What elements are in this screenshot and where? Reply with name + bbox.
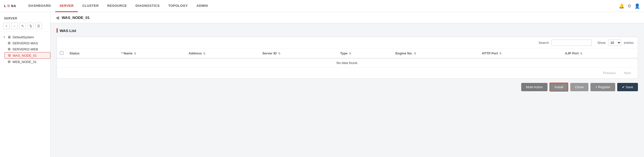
app-logo: L ≡ NA — [4, 3, 16, 9]
tree-label-server02-was: SERVER02-WAS — [12, 41, 38, 45]
tree-item-defaultsystem[interactable]: ▼ 🖥 DefaultSystem — [0, 34, 50, 40]
sidebar-edit-button[interactable]: ✎ — [19, 23, 26, 29]
breadcrumb-bar: ◀ WAS_NODE_01 — [51, 12, 644, 23]
no-data-cell: No data found. — [57, 58, 638, 68]
tree-root-label: DefaultSystem — [13, 35, 34, 39]
tree-label-server02-web: SERVER02-WEB — [12, 47, 38, 51]
save-button[interactable]: ✔ Save — [617, 83, 638, 91]
show-label: Show — [597, 41, 606, 45]
sort-serverid-icon: ⇅ — [278, 52, 280, 55]
section-header: WAS List — [57, 28, 638, 33]
sort-http-icon: ⇅ — [499, 52, 502, 55]
nav-admin[interactable]: ADMIN — [192, 0, 212, 12]
system-icon: 🖥 — [8, 35, 11, 39]
table-row: No data found. — [57, 58, 638, 68]
install-button[interactable]: Install — [550, 83, 568, 91]
nav-icons: 🔔 ⚙ 👤 — [619, 3, 640, 9]
main-content: ◀ WAS_NODE_01 WAS List Search Show 10 25 — [51, 12, 644, 157]
previous-button[interactable]: Previous — [600, 70, 619, 76]
show-select[interactable]: 10 25 50 100 — [608, 40, 621, 46]
tree-item-was-node-01[interactable]: ⚙ WAS_NODE_01 — [5, 52, 50, 59]
nav-resource[interactable]: RESOURCE — [103, 0, 131, 12]
col-engine-no[interactable]: Engine No. ⇅ — [392, 49, 479, 58]
section-title: WAS List — [60, 28, 76, 33]
sort-engine-icon: ⇅ — [414, 52, 416, 55]
top-navigation: L ≡ NA DASHBOARD SERVER CLUSTER RESOURCE… — [0, 0, 644, 12]
tree-label-was-node-01: WAS_NODE_01 — [13, 54, 37, 57]
server-was-icon: ⚙ — [8, 41, 11, 45]
pagination-bar: Previous Next — [57, 68, 638, 78]
was-table: Status * Name ⇅ Address ⇅ Serv — [57, 49, 638, 68]
tree-toggle-icon: ▼ — [3, 36, 6, 39]
multi-action-button[interactable]: Multi Action — [521, 83, 547, 91]
sidebar-remove-button[interactable]: − — [11, 23, 18, 29]
web-node-icon: ⚙ — [8, 60, 11, 64]
table-panel: Search Show 10 25 50 100 entries — [57, 37, 638, 79]
server-web-icon: ⚙ — [8, 47, 11, 51]
sort-ajp-icon: ⇅ — [580, 52, 582, 55]
col-ajp-port[interactable]: AJP Port ⇅ — [562, 49, 638, 58]
sidebar: SERVER + − ✎ ⇅ ☰ ▼ 🖥 DefaultSystem ⚙ SER… — [0, 12, 51, 157]
logo-na: NA — [11, 4, 16, 8]
col-status[interactable]: Status — [66, 49, 118, 58]
sidebar-add-button[interactable]: + — [3, 23, 10, 29]
logo-l: L — [4, 4, 6, 8]
table-toolbar: Search Show 10 25 50 100 entries — [57, 37, 638, 49]
tree-root-node: ▼ 🖥 DefaultSystem ⚙ SERVER02-WAS ⚙ SERVE… — [0, 33, 50, 66]
next-button[interactable]: Next — [621, 70, 634, 76]
sort-name-icon: ⇅ — [134, 52, 136, 55]
action-bar: Multi Action Install Clone + Register ✔ … — [57, 79, 638, 92]
table-header-checkbox — [57, 49, 66, 58]
sort-address-icon: ⇅ — [203, 52, 205, 55]
entries-label: entries — [624, 41, 634, 45]
col-http-port[interactable]: HTTP Port ⇅ — [479, 49, 562, 58]
sidebar-filter-button[interactable]: ☰ — [35, 23, 42, 29]
sidebar-title: SERVER — [0, 14, 50, 22]
nav-topology[interactable]: TOPOLOGY — [164, 0, 192, 12]
breadcrumb-text: WAS_NODE_01 — [62, 15, 90, 20]
was-node-icon: ⚙ — [8, 53, 11, 57]
register-button[interactable]: + Register — [590, 83, 615, 91]
table-header-row: Status * Name ⇅ Address ⇅ Serv — [57, 49, 638, 58]
tree-children: ⚙ SERVER02-WAS ⚙ SERVER02-WEB ⚙ WAS_NODE… — [0, 40, 50, 65]
col-address[interactable]: Address ⇅ — [185, 49, 259, 58]
nav-dashboard[interactable]: DASHBOARD — [24, 0, 55, 12]
tree-item-server02-web[interactable]: ⚙ SERVER02-WEB — [5, 46, 50, 52]
user-icon[interactable]: 👤 — [634, 3, 640, 9]
tree-item-server02-was[interactable]: ⚙ SERVER02-WAS — [5, 40, 50, 46]
server-tree: ▼ 🖥 DefaultSystem ⚙ SERVER02-WAS ⚙ SERVE… — [0, 32, 50, 67]
nav-server[interactable]: SERVER — [55, 0, 78, 12]
content-area: WAS List Search Show 10 25 50 100 entrie… — [51, 23, 644, 98]
col-server-id[interactable]: Server ID ⇅ — [259, 49, 337, 58]
nav-menu: DASHBOARD SERVER CLUSTER RESOURCE DIAGNO… — [24, 0, 619, 12]
nav-cluster[interactable]: CLUSTER — [78, 0, 103, 12]
breadcrumb-toggle-icon[interactable]: ◀ — [56, 15, 59, 20]
bell-icon[interactable]: 🔔 — [619, 3, 624, 9]
sidebar-sort-button[interactable]: ⇅ — [27, 23, 34, 29]
col-type[interactable]: Type ⇅ — [337, 49, 392, 58]
select-all-checkbox[interactable] — [60, 51, 63, 55]
sidebar-toolbar: + − ✎ ⇅ ☰ — [0, 22, 50, 32]
search-input[interactable] — [551, 40, 592, 46]
gear-icon[interactable]: ⚙ — [627, 3, 631, 9]
app-body: SERVER + − ✎ ⇅ ☰ ▼ 🖥 DefaultSystem ⚙ SER… — [0, 12, 644, 157]
clone-button[interactable]: Clone — [570, 83, 588, 91]
tree-label-web-node-01: WEB_NODE_01 — [12, 60, 37, 64]
col-name[interactable]: * Name ⇅ — [118, 49, 185, 58]
sort-type-icon: ⇅ — [349, 52, 351, 55]
search-label: Search — [538, 41, 549, 45]
nav-diagnostics[interactable]: DIAGNOSTICS — [131, 0, 164, 12]
tree-item-web-node-01[interactable]: ⚙ WEB_NODE_01 — [5, 59, 50, 65]
section-bar-decoration — [57, 28, 58, 33]
logo-bar-icon: ≡ — [7, 3, 10, 9]
